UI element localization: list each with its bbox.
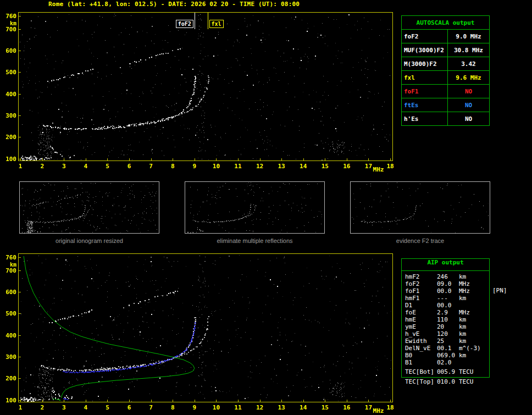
- page-title: Rome (lat: +41.8, lon: 012.5) - DATE: 20…: [48, 1, 300, 8]
- x-axis-tick-label: 14: [297, 404, 310, 411]
- autoscala-param-label: foF2: [402, 30, 448, 43]
- ionogram-top-plot: 760700600500400300200100km12345678910111…: [18, 12, 393, 161]
- thumbnail-original-ionogram: [19, 181, 159, 234]
- x-axis-tick-label: 2: [36, 404, 49, 411]
- x-axis-tick-label: 14: [297, 163, 310, 170]
- aip-row-d1: D100.0: [405, 302, 489, 309]
- aip-param-unit: MHz: [459, 309, 470, 316]
- aip-param-name: Ewidth: [405, 337, 437, 345]
- x-axis-tick-label: 4: [79, 163, 92, 170]
- thumbnail-original-canvas: [20, 182, 159, 233]
- aip-param-value: 00.0: [437, 302, 459, 309]
- autoscala-param-value: 30.8 MHz: [448, 43, 490, 57]
- x-axis-tick-label: 15: [318, 163, 331, 170]
- thumbnail-multiples-removed-canvas: [185, 182, 324, 233]
- aip-param-name: ymE: [405, 323, 437, 330]
- autoscala-param-value: 3.42: [448, 57, 490, 71]
- y-axis-tick-label: 600: [2, 47, 16, 54]
- aip-param-value: 20: [437, 323, 459, 330]
- aip-param-unit: MHz: [459, 280, 470, 287]
- aip-row-hmf2: hmF2246km: [405, 273, 489, 280]
- y-axis-tick-label: 700: [2, 26, 16, 33]
- thumbnail-f2-trace-canvas: [351, 182, 490, 233]
- aip-param-name: hmF1: [405, 295, 437, 302]
- thumbnail-f2-trace: [350, 181, 490, 234]
- aip-param-name: foF1: [405, 287, 437, 295]
- x-axis-tick-label: 11: [231, 163, 245, 170]
- x-axis-tick-label: 11: [231, 404, 245, 411]
- x-axis-tick-label: 10: [209, 163, 223, 170]
- y-axis-tick-label: 100: [2, 397, 16, 404]
- aip-param-value: ---: [437, 295, 459, 302]
- thumbnail-caption: eliminate multiple reflections: [185, 237, 325, 244]
- aip-param-unit: km: [459, 295, 466, 302]
- aip-param-unit: km: [459, 273, 466, 280]
- x-axis-tick-label: 4: [79, 404, 92, 411]
- aip-param-name: hmF2: [405, 273, 437, 280]
- autoscala-row: foF29.0 MHz: [402, 30, 490, 43]
- aip-row-fof2: foF209.0MHz: [405, 280, 489, 287]
- x-axis-tick-label: 3: [57, 404, 70, 411]
- aip-panel-title: AIP output: [402, 259, 489, 271]
- x-axis-tick-label: 1: [14, 163, 27, 170]
- aip-param-name: foF2: [405, 280, 437, 287]
- x-axis-unit-label: MHz: [367, 166, 391, 173]
- aip-row-fof1: foF100.0MHz: [405, 287, 489, 295]
- aip-param-unit: km: [459, 323, 466, 330]
- autoscala-param-value: NO: [448, 98, 490, 112]
- y-axis-unit-label: km: [2, 20, 16, 26]
- aip-param-unit: km: [459, 337, 466, 345]
- aip-param-value: 2.9: [437, 309, 459, 316]
- aip-param-value: 09.0: [437, 280, 459, 287]
- x-axis-tick-label: 6: [123, 404, 136, 411]
- x-axis-tick-label: 3: [57, 163, 70, 170]
- y-axis-tick-label: 760: [2, 13, 16, 20]
- ionogram-bottom-canvas: [19, 254, 392, 402]
- autoscala-header-row: AUTOSCALA output: [402, 16, 490, 30]
- autoscala-param-label: MUF(3000)F2: [402, 43, 448, 57]
- autoscala-row: foF1NO: [402, 85, 490, 98]
- autoscala-output-table: AUTOSCALA output foF29.0 MHzMUF(3000)F23…: [401, 15, 490, 126]
- aip-row-tec-bot-: TEC[Bot]005.9TECU: [405, 368, 489, 375]
- autoscala-row: MUF(3000)F230.8 MHz: [402, 43, 490, 57]
- aip-rows-container: hmF2246kmfoF209.0MHzfoF100.0MHzhmF1---km…: [402, 271, 489, 377]
- x-axis-tick-label: 15: [318, 404, 331, 411]
- autoscala-param-label: foF1: [402, 85, 448, 98]
- aip-param-name: foE: [405, 309, 437, 316]
- autoscala-row: h'EsNO: [402, 112, 490, 126]
- aip-param-unit: TECU: [459, 378, 474, 385]
- x-axis-tick-label: 1: [14, 404, 27, 411]
- autoscala-screen: { "title": "Rome (lat: +41.8, lon: 012.5…: [0, 0, 532, 415]
- aip-row-h-ve: h_vE120km: [405, 330, 489, 337]
- autoscala-param-value: NO: [448, 112, 490, 126]
- x-axis-tick-label: 9: [188, 163, 201, 170]
- aip-row-deln-ve: DelN_vE00.1m^(-3): [405, 345, 489, 352]
- aip-output-panel: AIP output hmF2246kmfoF209.0MHzfoF100.0M…: [401, 258, 490, 378]
- y-axis-unit-label: km: [2, 262, 16, 268]
- aip-param-value: 069.0: [437, 352, 459, 359]
- x-axis-tick-label: 8: [166, 404, 179, 411]
- y-axis-tick-label: 400: [2, 332, 16, 339]
- y-axis-tick-label: 300: [2, 112, 16, 119]
- autoscala-param-label: ftEs: [402, 98, 448, 112]
- x-axis-tick-label: 8: [166, 163, 179, 170]
- aip-param-name: D1: [405, 302, 437, 309]
- x-axis-tick-label: 2: [36, 163, 49, 170]
- aip-param-unit: km: [459, 330, 466, 337]
- autoscala-param-value: 9.6 MHz: [448, 71, 490, 85]
- aip-param-name: DelN_vE: [405, 345, 437, 352]
- aip-param-value: 110: [437, 316, 459, 323]
- x-axis-tick-label: 13: [275, 404, 288, 411]
- thumbnail-caption: evidence F2 trace: [350, 237, 490, 244]
- aip-param-name: TEC[Top]: [405, 378, 437, 385]
- y-axis-tick-label: 600: [2, 289, 16, 296]
- aip-param-unit: MHz: [459, 287, 470, 295]
- x-axis-tick-label: 9: [188, 404, 201, 411]
- thumbnail-multiples-removed: [185, 181, 325, 234]
- aip-row-b0: B0069.0km: [405, 352, 489, 359]
- x-axis-tick-label: 5: [101, 163, 114, 170]
- y-axis-tick-label: 700: [2, 267, 16, 274]
- x-axis-tick-label: 13: [275, 163, 288, 170]
- autoscala-row: M(3000)F23.42: [402, 57, 490, 71]
- y-axis-tick-label: 760: [2, 254, 16, 261]
